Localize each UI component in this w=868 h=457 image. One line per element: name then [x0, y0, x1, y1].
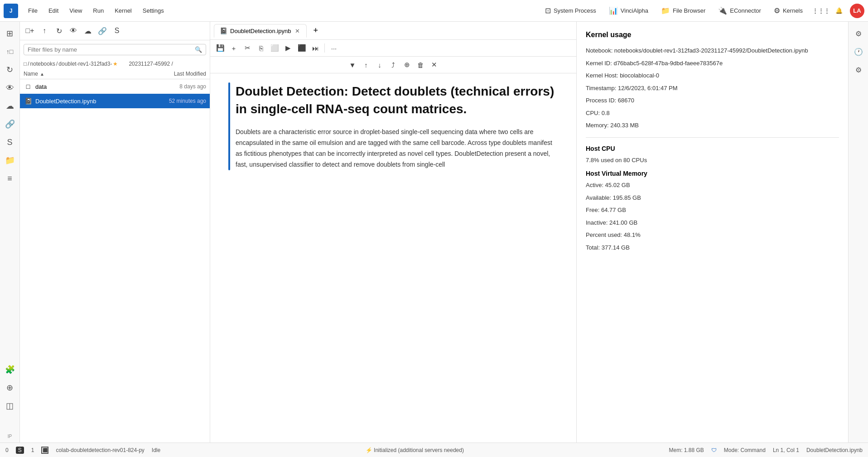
notebook-tab[interactable]: 📓 DoubletDetection.ipynb ✕	[214, 24, 307, 38]
add-tab-button[interactable]: +	[308, 23, 323, 38]
file-item-data[interactable]: □ data 8 days ago	[20, 79, 210, 94]
vm-inactive: Inactive: 241.00 GB	[586, 218, 839, 227]
vm-available: Available: 195.85 GB	[586, 193, 839, 202]
snippet-icon[interactable]: S	[2, 134, 18, 150]
property-icon[interactable]: ⚙	[850, 62, 867, 78]
cut-button[interactable]: ✂	[241, 42, 254, 54]
extension-icon[interactable]: 🧩	[2, 361, 18, 378]
visibility-icon[interactable]: 👁	[67, 24, 80, 37]
status-count-0: 0	[5, 447, 9, 453]
merge-below-button[interactable]: ⊕	[400, 58, 413, 71]
snippet2-icon[interactable]: S	[111, 24, 123, 37]
breadcrumb-root[interactable]: □	[24, 61, 27, 67]
mem-label: Mem: 1.88 GB	[669, 447, 704, 453]
cpu-value: CPU: 0.8	[586, 109, 839, 118]
cell-border	[228, 82, 230, 170]
nav-kernels[interactable]: ⚙ Kernels	[768, 4, 808, 18]
menu-view[interactable]: View	[65, 5, 87, 16]
file-time-data: 8 days ago	[143, 83, 206, 90]
kernel-id: Kernel ID: d76babc5-628f-47ba-9dbd-faeee…	[586, 59, 839, 68]
close-tab-button[interactable]: ✕	[294, 27, 301, 34]
breadcrumb: □ / notebooks / doublet-rev1-312fad3- ★ …	[20, 59, 210, 69]
avatar[interactable]: LA	[850, 4, 864, 18]
copy-button[interactable]: ⎘	[255, 42, 267, 54]
file-name-notebook: DoubletDetection.ipynb	[35, 98, 143, 105]
host-cpu-value: 7.8% used on 80 CPUs	[586, 156, 839, 165]
menu-run[interactable]: Run	[88, 5, 108, 16]
upload-file-icon[interactable]: ↑	[38, 24, 51, 37]
clock-icon[interactable]: 🕐	[850, 43, 867, 60]
vm-free: Free: 64.77 GB	[586, 206, 839, 215]
nav-system-process[interactable]: ⊡ System Process	[540, 4, 602, 18]
more-button[interactable]: ···	[328, 42, 340, 54]
ln-col-label: Ln 1, Col 1	[773, 447, 799, 453]
notebook-path: Notebook: notebooks/doublet-rev1-312fad3…	[586, 46, 839, 55]
save-button[interactable]: 💾	[214, 42, 227, 54]
settings2-icon[interactable]: ⚙	[850, 25, 867, 42]
file-time-notebook: 52 minutes ago	[143, 98, 206, 104]
list-icon[interactable]: ≡	[2, 170, 18, 187]
ip-label: IP	[8, 434, 12, 439]
right-icons: ⋮⋮⋮ 🔔 LA	[814, 4, 864, 18]
nav-econnector[interactable]: 🔌 EConnector	[713, 4, 767, 18]
delete-cell-button[interactable]: 🗑	[414, 58, 427, 71]
menu-kernel[interactable]: Kernel	[110, 5, 136, 16]
kernel-usage-title: Kernel usage	[586, 31, 839, 39]
cell-heading: Doublet Detection: Detect doublets (tech…	[228, 82, 558, 170]
search-input[interactable]	[28, 46, 193, 53]
preview-icon[interactable]: 👁	[2, 80, 18, 96]
stop-kernel-button[interactable]: ⬛	[295, 42, 308, 54]
link-icon[interactable]: 🔗	[2, 116, 18, 132]
status-cpu-icon: ⬛	[41, 447, 48, 454]
move-down-button[interactable]: ↓	[373, 58, 386, 71]
nav-file-browser[interactable]: 📁 File Browser	[656, 4, 711, 18]
vm-active: Active: 45.02 GB	[586, 181, 839, 190]
refresh-icon[interactable]: ↻	[2, 62, 18, 78]
file-item-notebook[interactable]: 📓 DoubletDetection.ipynb 52 minutes ago	[20, 94, 210, 108]
column-modified: Last Modified	[143, 71, 206, 77]
cloud-icon[interactable]: ☁	[2, 98, 18, 114]
cloud-upload-icon[interactable]: ☁	[82, 24, 94, 37]
new-folder-icon[interactable]: □+	[24, 24, 36, 37]
notification-icon[interactable]: 🔔	[832, 4, 846, 18]
file-name-data: data	[35, 83, 143, 90]
sort-name-button[interactable]: Name ▲	[24, 71, 143, 77]
vinci-alpha-icon: 📊	[609, 6, 618, 15]
menu-settings[interactable]: Settings	[138, 5, 169, 16]
stop-button[interactable]: ⬜	[268, 42, 281, 54]
layers-icon[interactable]: ⊕	[2, 380, 18, 396]
system-process-icon: ⊡	[545, 6, 551, 15]
kernels-icon: ⚙	[774, 6, 780, 15]
menubar: J File Edit View Run Kernel Settings ⊡ S…	[0, 0, 868, 22]
upload-icon[interactable]: ↑□	[2, 43, 18, 60]
refresh-files-icon[interactable]: ↻	[53, 24, 65, 37]
file-list: □ data 8 days ago 📓 DoubletDetection.ipy…	[20, 79, 210, 443]
folder-icon[interactable]: 📁	[2, 152, 18, 168]
breadcrumb-sep: /	[28, 61, 29, 67]
search-bar: 🔍	[20, 40, 210, 59]
shield-icon: 🛡	[711, 447, 717, 453]
close-cell-button[interactable]: ✕	[428, 58, 440, 71]
breadcrumb-folder[interactable]: doublet-rev1-312fad3-	[58, 61, 112, 67]
merge-above-button[interactable]: ⤴	[387, 58, 400, 71]
kernel-timestamp: Timestamp: 12/6/2023, 6:01:47 PM	[586, 84, 839, 93]
app-logo: J	[4, 4, 18, 18]
collapse-button[interactable]: ▼	[346, 58, 359, 71]
layers2-icon[interactable]: ◫	[2, 398, 18, 414]
nav-vinci-alpha[interactable]: 📊 VinciAlpha	[603, 4, 654, 18]
menu-file[interactable]: File	[24, 5, 42, 16]
file-link-icon[interactable]: 🔗	[96, 24, 109, 37]
process-id: Process ID: 68670	[586, 96, 839, 105]
menu-edit[interactable]: Edit	[44, 5, 63, 16]
breadcrumb-notebooks[interactable]: notebooks	[30, 61, 55, 67]
add-cell-button[interactable]: +	[227, 42, 240, 54]
grid-view-icon[interactable]: ⊞	[2, 25, 18, 42]
run-button[interactable]: ▶	[282, 42, 294, 54]
fast-forward-button[interactable]: ⏭	[309, 42, 322, 54]
move-up-button[interactable]: ↑	[360, 58, 372, 71]
kernel-host: Kernel Host: biocolablocal-0	[586, 71, 839, 80]
statusbar: 0 S 1 ⬛ colab-doubletdetection-rev01-824…	[0, 443, 868, 457]
filename-label: DoubletDetection.ipynb	[806, 447, 863, 453]
grid-icon[interactable]: ⋮⋮⋮	[814, 4, 828, 18]
vm-total: Total: 377.14 GB	[586, 243, 839, 252]
